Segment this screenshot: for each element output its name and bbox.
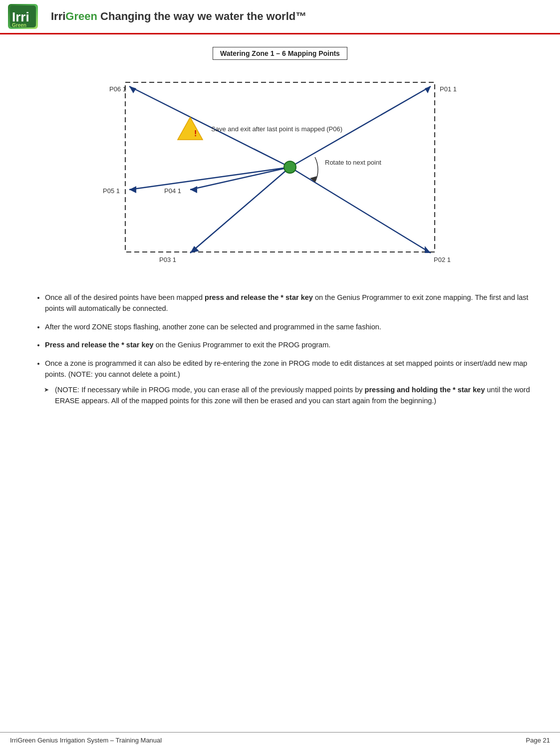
bullet2-text: After the word ZONE stops flashing, anot… [45,323,381,331]
bullet4-text: Once a zone is programmed it can also be… [45,359,527,378]
svg-point-22 [284,161,296,173]
svg-text:P04 1: P04 1 [164,187,181,195]
svg-line-12 [129,167,290,190]
svg-text:Green: Green [12,22,26,27]
sub-bullet-item-1: (NOTE: If necessary while in PROG mode, … [55,384,530,407]
bullets-section: Once all of the desired points have been… [30,292,530,407]
bullet-item-1: Once all of the desired points have been… [45,292,530,314]
diagram-title: Watering Zone 1 – 6 Mapping Points [75,49,485,57]
bullet-item-2: After the word ZONE stops flashing, anot… [45,321,530,332]
footer-right: Page 21 [526,737,550,744]
svg-text:P06 1: P06 1 [109,85,126,93]
svg-text:P03 1: P03 1 [159,256,176,263]
diagram-container: Watering Zone 1 – 6 Mapping Points P06 1… [75,49,485,277]
svg-marker-18 [129,186,136,193]
bullet3-bold: Press and release the * star key [45,341,154,349]
header-tagline: IrriGreen Changing the way we water the … [51,10,306,23]
svg-marker-19 [190,186,197,193]
subbullet1-normal: (NOTE: If necessary while in PROG mode, … [55,386,365,394]
svg-marker-25 [178,117,203,140]
diagram-title-text: Watering Zone 1 – 6 Mapping Points [213,47,347,60]
tagline-text: Changing the way we water the world™ [97,10,306,22]
subbullet1-bold: pressing and holding the * star key [365,386,485,394]
svg-text:!: ! [194,129,197,138]
svg-text:P05 1: P05 1 [103,187,120,195]
bullet-item-4: Once a zone is programmed it can also be… [45,358,530,407]
bullet3-normal: on the Genius Programmer to exit the PRO… [154,341,331,349]
svg-line-14 [190,167,290,253]
svg-text:P01 1: P01 1 [440,85,457,93]
logo-image: Irri Green [8,4,38,29]
svg-marker-16 [129,86,136,93]
svg-line-15 [290,167,431,253]
svg-text:Save and exit after last point: Save and exit after last point is mapped… [211,125,342,133]
bullet-item-3: Press and release the * star key on the … [45,339,530,350]
diagram-svg: P06 1 P01 1 P05 1 P04 1 P03 1 P02 1 [75,62,485,277]
svg-text:Rotate to next point: Rotate to next point [325,159,381,166]
logo-box: Irri Green [8,4,42,29]
bullet1-bold: press and release the * star key [205,293,313,301]
page-footer: IrriGreen Genius Irrigation System – Tra… [0,732,560,748]
svg-text:P02 1: P02 1 [434,256,451,263]
bullet1-normal: Once all of the desired points have been… [45,293,205,301]
main-content: Watering Zone 1 – 6 Mapping Points P06 1… [0,34,560,424]
footer-left: IrriGreen Genius Irrigation System – Tra… [10,737,162,744]
page-header: Irri Green IrriGreen Changing the way we… [0,0,560,34]
